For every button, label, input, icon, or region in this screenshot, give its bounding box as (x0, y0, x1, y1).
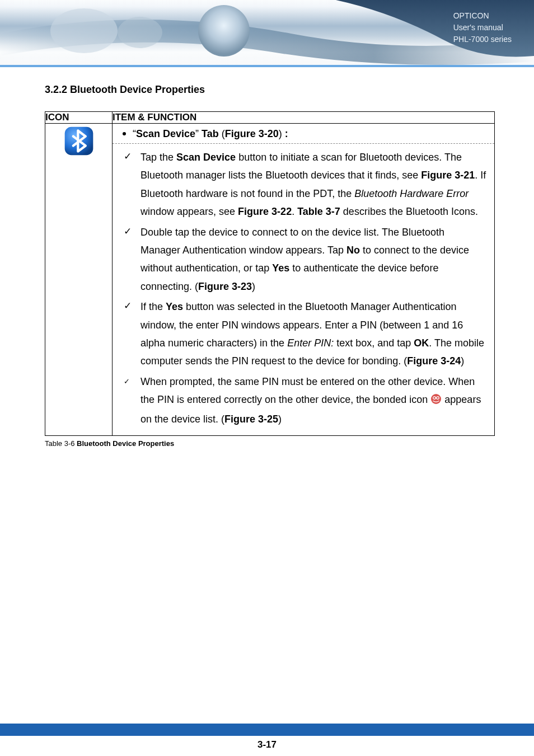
section-heading: 3.2.2 Bluetooth Device Properties (45, 84, 495, 96)
svg-point-0 (198, 5, 250, 57)
text-segment: Yes (272, 262, 289, 274)
header-text-block: OPTICON User's manual PHL-7000 series (453, 10, 512, 45)
header-line2: User's manual (453, 22, 512, 34)
text-segment: Figure 3-25 (224, 414, 278, 425)
text-segment: Figure 3-22 (238, 206, 292, 217)
content: 3.2.2 Bluetooth Device Properties ICON I… (0, 67, 534, 448)
tab-colon: : (285, 128, 288, 139)
page-number: 3-17 (0, 736, 534, 750)
header-line3: PHL-7000 series (453, 34, 512, 45)
table-header-row: ICON ITEM & FUNCTION (45, 112, 495, 124)
footer-bar (0, 724, 534, 736)
svg-point-1 (50, 8, 118, 53)
text-segment: Table 3-7 (297, 206, 340, 217)
text-segment: Figure 3-24 (407, 355, 461, 367)
func-cell: “Scan Device” Tab (Figure 3-20) : Tap th… (113, 124, 495, 436)
text-segment: Yes (166, 301, 183, 312)
text-segment: Figure 3-23 (198, 281, 252, 292)
tab-b1: Scan Device (136, 128, 195, 139)
list-item: Double tap the device to connect to on t… (120, 223, 486, 296)
header-brand: OPTICON (453, 10, 512, 22)
th-func: ITEM & FUNCTION (113, 112, 495, 124)
header-band: OPTICON User's manual PHL-7000 series (0, 0, 534, 65)
text-segment: Scan Device (176, 152, 236, 163)
caption-bold: Bluetooth Device Properties (77, 439, 174, 448)
text-segment: No (346, 245, 360, 256)
list-item: If the Yes button was selected in the Bl… (120, 298, 486, 370)
properties-table: ICON ITEM & FUNCTION (45, 111, 495, 436)
list-item: When prompted, the same PIN must be ente… (120, 373, 486, 429)
list-item: Tap the Scan Device button to initiate a… (120, 148, 486, 221)
check-list: Tap the Scan Device button to initiate a… (113, 144, 494, 435)
footer: 3-17 (0, 724, 534, 756)
table-caption: Table 3-6 Bluetooth Device Properties (45, 439, 495, 448)
tab-close: ) (279, 128, 285, 139)
text-segment: Bluetooth Hardware Error (354, 188, 469, 199)
th-icon: ICON (45, 112, 113, 124)
tab-open: ( (219, 128, 225, 139)
text-segment: Figure 3-21 (421, 170, 475, 181)
page: OPTICON User's manual PHL-7000 series 3.… (0, 0, 534, 756)
bluetooth-icon (64, 126, 94, 156)
svg-point-2 (118, 17, 162, 48)
caption-prefix: Table 3-6 (45, 439, 77, 448)
table-body-row: “Scan Device” Tab (Figure 3-20) : Tap th… (45, 124, 495, 436)
icon-cell (45, 124, 113, 436)
text-segment: Enter PIN: (287, 337, 334, 349)
bonded-icon (430, 392, 442, 410)
bullet-icon (123, 132, 126, 135)
svg-point-4 (431, 394, 441, 404)
tab-q2: ” (195, 128, 202, 139)
text-segment: OK (414, 337, 429, 349)
tab-b3: Figure 3-20 (225, 128, 279, 139)
tab-row: “Scan Device” Tab (Figure 3-20) : (113, 124, 494, 144)
tab-b2: Tab (202, 128, 219, 139)
